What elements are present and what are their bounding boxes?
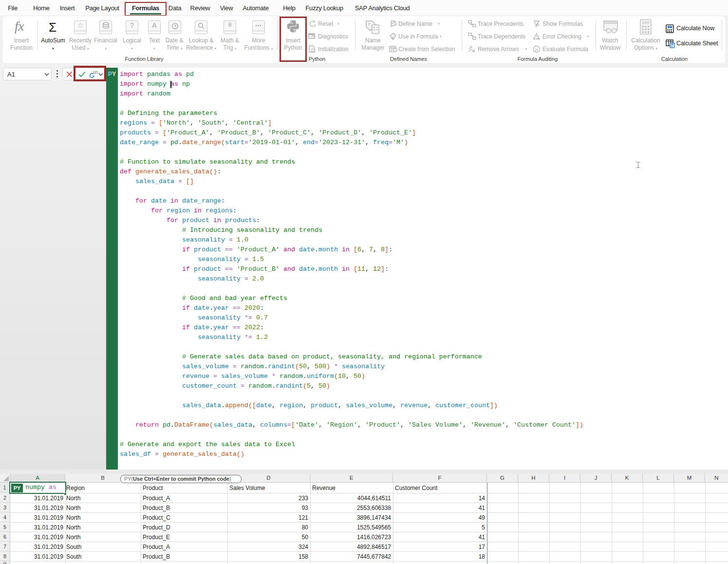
svg-text:fx: fx	[392, 36, 394, 40]
svg-text:fx: fx	[535, 47, 539, 52]
svg-text:fx: fx	[536, 22, 540, 27]
